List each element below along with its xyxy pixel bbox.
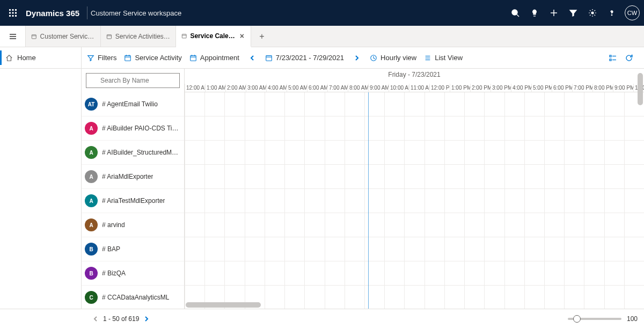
tab-label: Service Calendar [190,32,235,40]
pager-prev-button[interactable] [92,316,99,322]
date-range-label: 7/23/2021 - 7/29/2021 [276,54,344,62]
tab-service-activities-m[interactable]: Service Activities M... [101,26,176,47]
day-label: Friday - 7/23/2021 [185,69,644,78]
resource-row[interactable]: C# CCADataAnalyticsML [82,286,184,309]
hour-header: 8:00 PM [592,84,613,92]
entity-icon [106,33,112,40]
appointment-label: Appointment [200,54,239,62]
svg-rect-41 [610,59,611,61]
add-icon[interactable] [544,0,564,26]
home-button[interactable]: Home [0,47,82,68]
hour-header: 6:00 AM [307,84,327,92]
hour-header: 2:00 AM [225,84,246,92]
svg-rect-2 [15,9,17,11]
resource-avatar: A [85,218,98,231]
vertical-scrollbar[interactable] [638,73,643,105]
resource-row[interactable]: B# BAP [82,237,184,261]
hour-header: 5:00 AM [287,84,307,92]
left-gutter [0,69,82,309]
new-tab-button[interactable]: + [251,26,273,47]
hour-header: 4:00 AM [266,84,287,92]
search-icon[interactable] [506,0,525,26]
hourly-view-button[interactable]: Hourly view [370,54,416,62]
hour-header: 3:00 PM [491,84,511,92]
filters-button[interactable]: Filters [87,54,116,62]
resource-name: # arvind [102,221,125,229]
footer-bar: 1 - 50 of 619 100 [0,309,644,328]
app-launcher-icon[interactable] [4,0,21,26]
horizontal-scrollbar[interactable] [186,302,261,308]
tab-service-calendar[interactable]: Service Calendar× [176,26,251,47]
resource-avatar: B [85,243,98,256]
resource-name: # AriaTestMdlExporter [102,197,165,205]
resource-row[interactable]: A# AIBuilder_StructuredML_PreProd [82,141,184,165]
brand-name[interactable]: Dynamics 365 [21,9,84,18]
resource-row[interactable]: A# AriaTestMdlExporter [82,189,184,213]
current-time-line [368,92,369,309]
hour-header: 10:00 AM [389,84,409,92]
svg-point-9 [512,10,517,15]
close-icon[interactable]: × [239,32,245,40]
resource-avatar: AT [85,98,98,111]
hour-header: 7:00 AM [327,84,348,92]
zoom-control: 100 [568,315,638,323]
lightbulb-icon[interactable] [525,0,544,26]
hour-header: 12:00 AM [185,84,205,92]
hour-header: 1:00 AM [205,84,225,92]
svg-rect-5 [15,12,17,14]
resource-row[interactable]: A# AiBuilder PAIO-CDS Tip NonProd [82,116,184,141]
hour-header: 3:00 AM [246,84,266,92]
pager-next-button[interactable] [143,316,150,322]
help-icon[interactable] [602,0,621,26]
user-avatar[interactable]: CW [625,5,640,20]
hamburger-icon[interactable] [0,26,26,47]
search-input[interactable] [86,73,180,88]
svg-rect-6 [9,15,11,17]
funnel-icon [87,54,94,62]
hour-header: 9:00 PM [613,84,633,92]
gear-icon[interactable] [583,0,602,26]
hour-header: 5:00 PM [531,84,552,92]
svg-rect-21 [107,34,111,38]
tab-customer-service-a[interactable]: Customer Service A... [26,26,101,47]
tab-label: Service Activities M... [115,33,170,40]
svg-rect-39 [610,55,611,57]
hour-header: 8:00 AM [348,84,368,92]
calendar-grid[interactable]: Friday - 7/23/2021 12:00 AM1:00 AM2:00 A… [185,69,644,309]
resource-avatar: A [85,146,98,159]
tab-strip: Customer Service A...Service Activities … [0,26,644,47]
svg-rect-0 [9,9,11,11]
filter-icon[interactable] [564,0,583,26]
resource-panel: AT# AgentEmail TwilioA# AiBuilder PAIO-C… [82,69,185,309]
resource-row[interactable]: B# BizQA [82,261,184,286]
zoom-slider[interactable] [568,318,621,320]
resource-name: # AgentEmail Twilio [102,100,158,108]
service-activity-label: Service Activity [135,54,181,62]
list-view-button[interactable]: List View [424,54,463,62]
calendar-icon [265,54,273,62]
pager: 1 - 50 of 619 [92,315,150,323]
date-range-button[interactable]: 7/23/2021 - 7/29/2021 [265,54,344,62]
resource-name: # AriaMdlExporter [102,173,153,180]
resource-row[interactable]: AT# AgentEmail Twilio [82,92,184,116]
svg-rect-7 [12,15,14,17]
svg-rect-1 [12,9,14,11]
prev-range-button[interactable] [247,55,258,61]
resource-row[interactable]: A# AriaMdlExporter [82,165,184,189]
hour-header: 7:00 PM [572,84,592,92]
nav-divider [87,6,87,19]
tab-label: Customer Service A... [40,33,95,40]
refresh-icon[interactable] [625,54,633,62]
next-range-button[interactable] [352,55,362,61]
hour-header: 1:00 PM [450,84,470,92]
service-activity-button[interactable]: Service Activity [124,54,181,62]
svg-point-15 [611,14,612,15]
svg-rect-8 [15,15,17,17]
legend-icon[interactable] [609,54,617,62]
chevron-right-icon [354,55,360,61]
appointment-button[interactable]: Appointment [189,54,239,62]
hour-header: 11:00 AM [409,84,429,92]
calendar-icon [124,54,131,62]
entity-icon [31,33,37,40]
resource-row[interactable]: A# arvind [82,213,184,237]
